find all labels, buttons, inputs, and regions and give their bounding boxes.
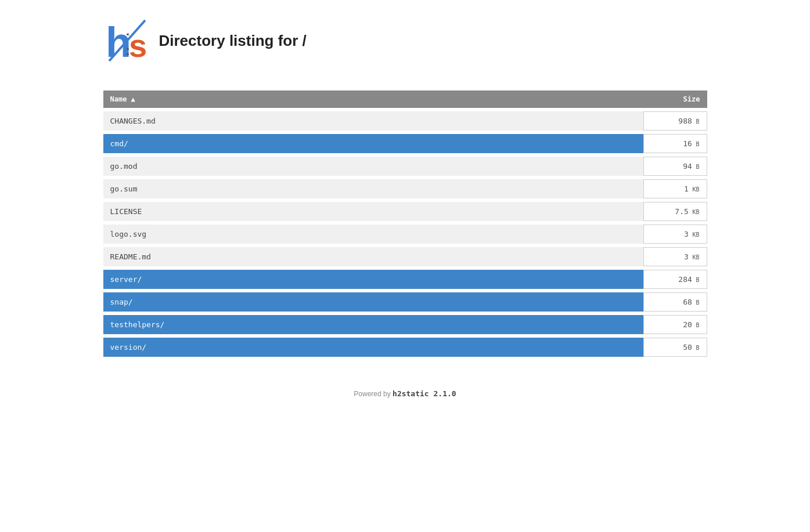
- file-name[interactable]: logo.svg: [103, 225, 643, 244]
- table-header-row: Name ▲ Size: [103, 91, 707, 108]
- table-row[interactable]: version/50 B: [103, 338, 707, 357]
- logo-icon: h : : s: [103, 17, 150, 64]
- file-name[interactable]: version/: [103, 338, 643, 357]
- file-name[interactable]: LICENSE: [103, 202, 643, 221]
- col-name-header[interactable]: Name ▲: [103, 91, 643, 108]
- page-title: Directory listing for /: [159, 32, 307, 50]
- table-row[interactable]: LICENSE7.5 KB: [103, 202, 707, 221]
- table-row[interactable]: go.mod94 B: [103, 157, 707, 176]
- file-name[interactable]: README.md: [103, 247, 643, 266]
- file-size: 284 B: [643, 270, 707, 289]
- svg-text:s: s: [129, 27, 147, 64]
- table-row[interactable]: logo.svg3 KB: [103, 225, 707, 244]
- table-row[interactable]: README.md3 KB: [103, 247, 707, 266]
- file-size: 3 KB: [643, 225, 707, 244]
- file-name[interactable]: testhelpers/: [103, 315, 643, 334]
- file-size: 1 KB: [643, 179, 707, 198]
- brand-label: h2static 2.1.0: [393, 389, 456, 398]
- file-name[interactable]: CHANGES.md: [103, 111, 643, 131]
- powered-by-label: Powered by: [354, 390, 390, 398]
- file-size: 16 B: [643, 134, 707, 153]
- col-size-header[interactable]: Size: [643, 91, 707, 108]
- file-size: 94 B: [643, 157, 707, 176]
- table-row[interactable]: go.sum1 KB: [103, 179, 707, 198]
- page-footer: Powered by h2static 2.1.0: [103, 389, 707, 398]
- table-row[interactable]: cmd/16 B: [103, 134, 707, 153]
- directory-table: Name ▲ Size CHANGES.md988 Bcmd/16 Bgo.mo…: [103, 87, 707, 360]
- file-size: 20 B: [643, 315, 707, 334]
- file-name[interactable]: go.mod: [103, 157, 643, 176]
- table-row[interactable]: snap/68 B: [103, 292, 707, 312]
- file-name[interactable]: go.sum: [103, 179, 643, 198]
- file-name[interactable]: snap/: [103, 292, 643, 312]
- file-name[interactable]: cmd/: [103, 134, 643, 153]
- table-row[interactable]: CHANGES.md988 B: [103, 111, 707, 131]
- page-header: h : : s Directory listing for /: [103, 12, 707, 64]
- file-size: 50 B: [643, 338, 707, 357]
- table-row[interactable]: testhelpers/20 B: [103, 315, 707, 334]
- file-size: 988 B: [643, 111, 707, 131]
- file-size: 3 KB: [643, 247, 707, 266]
- file-name[interactable]: server/: [103, 270, 643, 289]
- file-size: 7.5 KB: [643, 202, 707, 221]
- file-size: 68 B: [643, 292, 707, 312]
- table-row[interactable]: server/284 B: [103, 270, 707, 289]
